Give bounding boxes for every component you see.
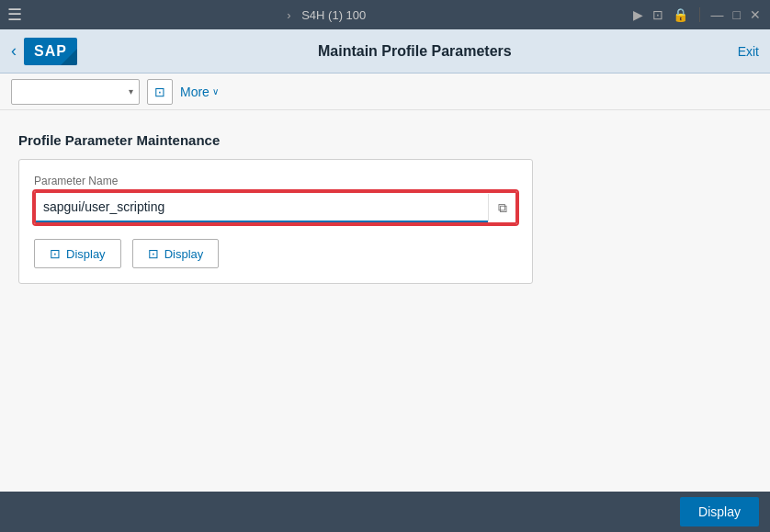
maximize-icon[interactable]: □: [731, 7, 742, 22]
copy-icon: ⧉: [498, 200, 507, 216]
section-box: Parameter Name ⧉ ⊡ Display ⊡ Display: [18, 159, 533, 284]
field-label: Parameter Name: [34, 175, 517, 187]
sap-logo: SAP: [24, 38, 77, 65]
hamburger-icon[interactable]: ☰: [7, 5, 22, 25]
page-title: Maintain Profile Parameters: [92, 43, 738, 60]
header-bar: ‹ SAP Maintain Profile Parameters Exit: [0, 29, 770, 74]
toolbar-action-button[interactable]: ⊡: [147, 79, 173, 105]
display-label-1: Display: [66, 247, 106, 261]
more-button[interactable]: More ∨: [180, 85, 219, 99]
forward-icon: ›: [287, 8, 290, 22]
lock-icon[interactable]: 🔒: [671, 7, 690, 22]
section-title: Profile Parameter Maintenance: [18, 132, 752, 148]
title-bar-left: ☰: [7, 5, 22, 25]
copy-value-button[interactable]: ⧉: [488, 194, 515, 221]
toolbar: ▾ ⊡ More ∨: [0, 74, 770, 110]
title-bar-center: › S4H (1) 100: [22, 8, 631, 22]
back-button[interactable]: ‹: [11, 41, 17, 61]
display-button-1[interactable]: ⊡ Display: [34, 239, 121, 268]
button-row: ⊡ Display ⊡ Display: [34, 239, 517, 268]
system-name: S4H (1) 100: [301, 8, 366, 22]
save-icon[interactable]: ⊡: [651, 7, 665, 22]
title-bar: ☰ › S4H (1) 100 ▶ ⊡ 🔒 — □ ✕: [0, 0, 770, 29]
chevron-down-icon: ▾: [129, 86, 133, 96]
more-label: More: [180, 85, 209, 99]
parameter-name-input[interactable]: [36, 193, 488, 222]
main-content: Profile Parameter Maintenance Parameter …: [0, 110, 770, 492]
divider: [699, 7, 700, 22]
footer-bar: Display: [0, 492, 770, 532]
display-button-2[interactable]: ⊡ Display: [132, 239, 220, 268]
footer-display-button[interactable]: Display: [680, 497, 759, 526]
minimize-icon[interactable]: —: [709, 7, 726, 22]
display-icon-1: ⊡: [50, 246, 61, 261]
sap-logo-triangle: [61, 49, 77, 65]
toolbar-dropdown[interactable]: ▾: [11, 79, 140, 105]
input-wrapper: ⧉: [34, 191, 517, 224]
display-icon-2: ⊡: [148, 246, 159, 261]
execute-icon[interactable]: ▶: [631, 7, 645, 22]
more-chevron-icon: ∨: [212, 86, 219, 96]
exit-button[interactable]: Exit: [738, 44, 759, 59]
close-icon[interactable]: ✕: [748, 7, 763, 22]
display-label-2: Display: [164, 247, 204, 261]
action-icon: ⊡: [154, 85, 165, 99]
title-bar-right: ▶ ⊡ 🔒 — □ ✕: [631, 7, 763, 22]
